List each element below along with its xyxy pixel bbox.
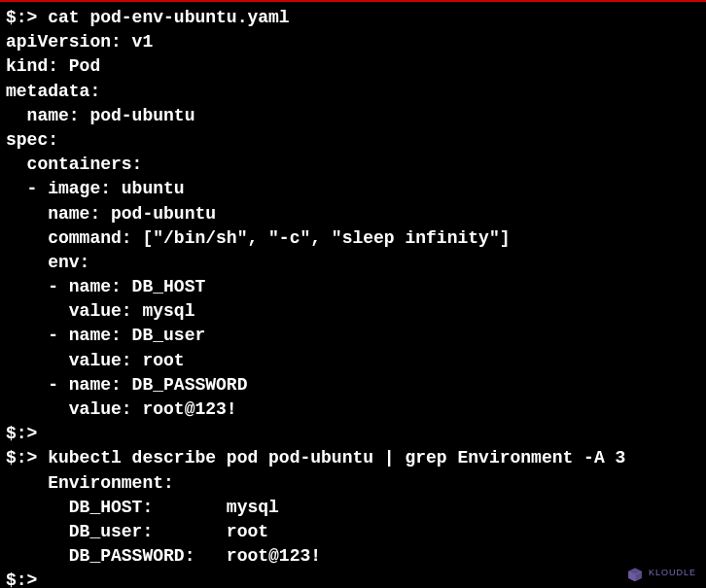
terminal-line: name: pod-ubuntu [6, 202, 700, 226]
watermark-text: KLOUDLE [649, 567, 696, 579]
terminal-line: containers: [6, 153, 700, 177]
terminal-line: DB_PASSWORD: root@123! [6, 544, 700, 569]
terminal-line: value: mysql [6, 299, 700, 324]
terminal-line: Environment: [6, 471, 700, 496]
terminal-line: command: ["/bin/sh", "-c", "sleep infini… [6, 226, 700, 251]
terminal-line: metadata: [6, 80, 700, 104]
watermark: KLOUDLE [625, 565, 696, 580]
terminal-line: - image: ubuntu [6, 177, 700, 201]
terminal-line: - name: DB_user [6, 324, 700, 348]
terminal-line: spec: [6, 128, 700, 153]
terminal-line: DB_user: root [6, 520, 700, 544]
terminal-line: value: root [6, 349, 700, 373]
terminal-line: env: [6, 251, 700, 275]
terminal-line: DB_HOST: mysql [6, 496, 700, 520]
terminal-line: $:> [6, 422, 700, 446]
terminal-line: kind: Pod [6, 54, 700, 79]
terminal-line: name: pod-ubuntu [6, 104, 700, 128]
terminal-line: $:> cat pod-env-ubuntu.yaml [6, 6, 700, 30]
kloudle-logo-icon [625, 565, 645, 580]
terminal-line: $:> kubectl describe pod pod-ubuntu | gr… [6, 446, 700, 470]
terminal-line: apiVersion: v1 [6, 30, 700, 54]
terminal-output: $:> cat pod-env-ubuntu.yaml apiVersion: … [0, 2, 706, 588]
terminal-line: - name: DB_HOST [6, 275, 700, 299]
terminal-line: - name: DB_PASSWORD [6, 373, 700, 398]
terminal-line: value: root@123! [6, 398, 700, 422]
terminal-line: $:> [6, 569, 700, 588]
